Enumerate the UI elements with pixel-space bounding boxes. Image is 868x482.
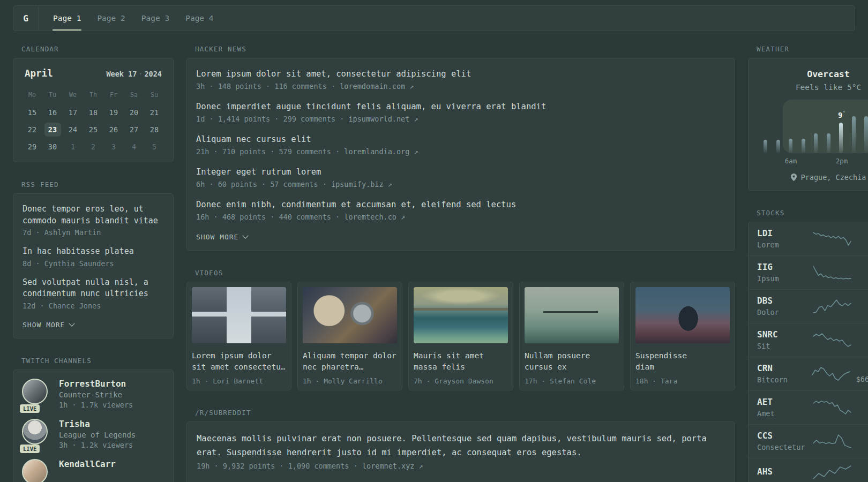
chevron-down-icon xyxy=(243,232,249,238)
calendar-year: 2024 xyxy=(144,70,162,78)
subreddit-widget: /R/SUBREDDIT Maecenas mollis pulvinar er… xyxy=(186,409,735,482)
video-card[interactable]: Suspendisse diam 18h · Tara xyxy=(630,282,735,390)
twitch-channel[interactable]: LIVE Trisha League of Legends 3h · 1.2k … xyxy=(22,419,164,449)
weather-location: Prague, Czechia xyxy=(757,173,868,182)
hacker-news-widget: HACKER NEWS Lorem ipsum dolor sit amet, … xyxy=(186,45,735,251)
calendar-day: 15 xyxy=(22,104,42,121)
stock-name: Bitcorn xyxy=(757,375,806,384)
tab-page-2[interactable]: Page 2 xyxy=(89,6,133,31)
post-meta-text: 19h · 9,932 points · 1,090 comments · xyxy=(197,462,358,470)
stock-name: Ipsum xyxy=(757,274,806,283)
rss-item-title[interactable]: Sed volutpat nulla nisl, a condimentum n… xyxy=(23,277,164,300)
tab-page-4[interactable]: Page 4 xyxy=(177,6,221,31)
stock-row[interactable]: SNRC Sit +1.36% $148.64 xyxy=(749,323,868,357)
hn-item-meta: 21h · 710 points · 579 comments · loreml… xyxy=(196,147,725,156)
weather-condition: Overcast xyxy=(757,69,868,79)
hn-item-title[interactable]: Donec imperdiet augue tincidunt felis al… xyxy=(196,101,725,112)
channel-name[interactable]: KendallCarr xyxy=(59,459,116,469)
stock-row[interactable]: IIG Ipsum +2.84% $42.04 xyxy=(749,255,868,289)
hacker-news-title: HACKER NEWS xyxy=(195,45,735,53)
video-thumbnail[interactable] xyxy=(192,287,286,343)
calendar-day: 30 xyxy=(42,138,63,155)
avatar xyxy=(22,379,48,404)
twitch-channel[interactable]: KendallCarr xyxy=(22,459,164,482)
show-more-label: SHOW MORE xyxy=(196,233,238,241)
avatar xyxy=(22,419,48,445)
hn-item-domain-link[interactable]: loremtech.co xyxy=(344,213,396,221)
video-card[interactable]: Aliquam tempor dolor nec pharetra… 1h · … xyxy=(297,282,402,390)
stock-row[interactable]: LDI Lorem +4.35% $795.18 xyxy=(749,222,868,255)
left-column: CALENDAR April Week 17·2024 Mo Tu We Th … xyxy=(13,45,174,482)
hn-item-meta: 3h · 148 points · 116 comments · loremdo… xyxy=(196,82,725,91)
app-logo[interactable]: G xyxy=(13,6,39,31)
hn-item-title[interactable]: Integer eget rutrum lorem xyxy=(196,166,725,178)
stock-row[interactable]: AET Amet +0.92% $499.72 xyxy=(749,390,868,424)
middle-column: HACKER NEWS Lorem ipsum dolor sit amet, … xyxy=(186,45,735,482)
calendar-day: 16 xyxy=(42,104,63,121)
twitch-channel[interactable]: LIVE ForrestBurton Counter-Strike 1h · 1… xyxy=(22,379,164,409)
rss-item-title[interactable]: Donec tempor eros leo, ut commodo mauris… xyxy=(23,204,164,227)
stock-row[interactable]: CRN Bitcorn -1.00% $66,171.48 xyxy=(749,357,868,390)
channel-name[interactable]: Trisha xyxy=(59,419,136,429)
stock-sparkline xyxy=(812,265,852,281)
videos-widget: VIDEOS Lorem ipsum dolor sit amet consec… xyxy=(186,269,735,390)
external-link-icon: ↗ xyxy=(409,82,414,91)
stock-symbol: AET xyxy=(757,397,806,407)
video-card[interactable]: Nullam posuere cursus ex 17h · Stefan Co… xyxy=(519,282,624,390)
weekday-label: Sa xyxy=(124,87,144,104)
stock-change: +0.51% xyxy=(858,432,868,440)
stock-name: Sit xyxy=(757,342,806,350)
video-card[interactable]: Mauris sit amet massa felis 7h · Grayson… xyxy=(408,282,513,390)
stock-price: $156.28 xyxy=(858,307,868,316)
tab-page-1[interactable]: Page 1 xyxy=(45,6,89,31)
live-badge: LIVE xyxy=(20,445,40,453)
stock-row[interactable]: AHS +0.46% xyxy=(749,458,868,482)
dot-separator: · xyxy=(137,70,144,78)
rss-show-more-button[interactable]: SHOW MORE xyxy=(23,321,74,329)
video-title[interactable]: Lorem ipsum dolor sit amet consectetu… xyxy=(192,350,286,373)
video-title[interactable]: Mauris sit amet massa felis xyxy=(414,350,508,373)
stock-price: $165.84 xyxy=(858,442,868,451)
post-title[interactable]: Maecenas mollis pulvinar erat non posuer… xyxy=(197,432,725,460)
video-thumbnail[interactable] xyxy=(525,287,619,343)
stock-price: $66,171.48 xyxy=(856,375,868,383)
calendar-day-next-month: 1 xyxy=(63,138,83,155)
hn-item-domain-link[interactable]: ipsumify.biz xyxy=(331,180,384,189)
video-card[interactable]: Lorem ipsum dolor sit amet consectetu… 1… xyxy=(186,282,291,390)
calendar-day-selected: 23 xyxy=(42,121,63,138)
external-link-icon: ↗ xyxy=(401,213,405,221)
stock-sparkline xyxy=(812,433,852,449)
stocks-title: STOCKS xyxy=(757,209,868,217)
hn-item-domain-link[interactable]: loremlandia.org xyxy=(344,147,409,156)
hn-item-title[interactable]: Donec enim nibh, condimentum et accumsan… xyxy=(196,199,725,210)
calendar-day: 17 xyxy=(63,104,83,121)
stock-sparkline xyxy=(812,298,852,314)
weekday-label: Tu xyxy=(42,87,63,104)
video-thumbnail[interactable] xyxy=(414,287,508,343)
stock-change: +1.42% xyxy=(858,297,868,305)
video-title[interactable]: Aliquam tempor dolor nec pharetra… xyxy=(303,350,397,373)
post-domain-link[interactable]: loremnet.xyz xyxy=(362,462,415,470)
channel-name[interactable]: ForrestBurton xyxy=(59,379,133,389)
stock-sparkline xyxy=(811,366,851,382)
hn-item: Donec imperdiet augue tincidunt felis al… xyxy=(196,101,725,123)
stock-change: +0.46% xyxy=(858,467,868,476)
rss-item-title[interactable]: In hac habitasse platea xyxy=(23,246,164,258)
hn-item-title[interactable]: Lorem ipsum dolor sit amet, consectetur … xyxy=(196,68,725,80)
stock-row[interactable]: DBS Dolor +1.42% $156.28 xyxy=(749,289,868,323)
hn-item-title[interactable]: Aliquam nec cursus elit xyxy=(196,133,725,145)
hn-show-more-button[interactable]: SHOW MORE xyxy=(196,233,248,241)
weekday-label: Mo xyxy=(22,87,42,104)
hn-item-domain-link[interactable]: ipsumworld.net xyxy=(348,115,409,123)
tab-page-3[interactable]: Page 3 xyxy=(133,6,177,31)
video-meta: 1h · Molly Carrillo xyxy=(303,377,397,385)
video-thumbnail[interactable] xyxy=(635,287,730,343)
hn-item-domain-link[interactable]: loremdomain.com xyxy=(340,82,405,91)
calendar-day: 19 xyxy=(103,104,124,121)
stock-price: $148.64 xyxy=(858,341,868,350)
video-title[interactable]: Suspendisse diam xyxy=(635,350,730,373)
stock-row[interactable]: CCS Consectetur +0.51% $165.84 xyxy=(749,424,868,458)
video-thumbnail[interactable] xyxy=(303,287,397,343)
video-title[interactable]: Nullam posuere cursus ex xyxy=(525,350,619,373)
calendar-day-next-month: 3 xyxy=(103,138,124,155)
